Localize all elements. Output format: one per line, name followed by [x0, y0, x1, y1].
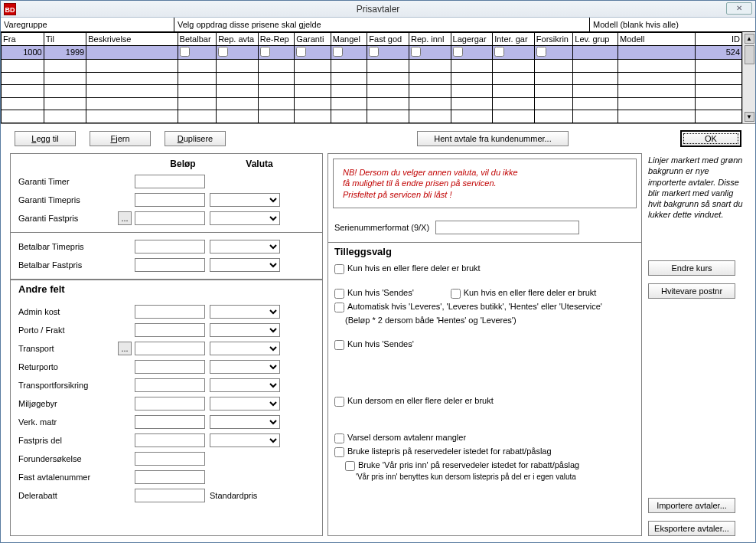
verk-matr-input[interactable] [135, 415, 205, 429]
scroll-up-icon[interactable]: ▲ [745, 34, 754, 44]
cell-betalbar[interactable] [178, 45, 217, 60]
cell-mangel[interactable] [331, 45, 367, 60]
transport-valuta[interactable] [210, 342, 280, 355]
cell-fast-god[interactable] [367, 45, 409, 60]
returporto-valuta[interactable] [210, 360, 280, 374]
grid-row-empty[interactable] [2, 72, 742, 85]
cell-rep-innl[interactable] [409, 45, 451, 60]
admin-kost-valuta[interactable] [210, 305, 280, 319]
col-garanti[interactable]: Garanti [295, 33, 331, 46]
cb-varsel-avtalenr[interactable] [334, 433, 344, 443]
col-mangel[interactable]: Mangel [331, 33, 367, 46]
grid-row-selected[interactable]: 1000 1999 524 [2, 45, 742, 60]
hvitevare-postnr-button[interactable]: Hvitevare postnr [648, 283, 735, 299]
cb-bruke-var-pris[interactable] [345, 461, 355, 471]
betalbar-fastpris-valuta[interactable] [210, 258, 280, 272]
returporto-input[interactable] [135, 360, 205, 374]
verk-matr-valuta[interactable] [210, 415, 280, 429]
cell-modell[interactable] [618, 45, 696, 60]
col-forsikrin[interactable]: Forsikrin [534, 33, 573, 46]
cb-kun-deler-brukt-2[interactable] [451, 289, 461, 299]
porto-frakt-input[interactable] [135, 323, 205, 337]
scroll-thumb[interactable] [745, 45, 754, 64]
cb-kun-dersom-deler[interactable] [334, 397, 344, 407]
col-inter-gar[interactable]: Inter. gar [493, 33, 535, 46]
cb-kun-sendes[interactable] [334, 289, 344, 299]
admin-kost-input[interactable] [135, 305, 205, 319]
transport-ellipsis-button[interactable]: ... [118, 342, 132, 355]
cell-forsikrin[interactable] [534, 45, 573, 60]
cb-auto-leveres[interactable] [334, 303, 344, 312]
col-re-rep[interactable]: Re-Rep [258, 33, 295, 46]
cb-re-rep[interactable] [260, 47, 270, 57]
betalbar-timepris-valuta[interactable] [210, 240, 280, 254]
transportforsikring-input[interactable] [135, 378, 205, 392]
grid-row-empty[interactable] [2, 85, 742, 98]
col-id[interactable]: ID [696, 33, 742, 46]
legg-til-button[interactable]: Legg til [15, 131, 76, 146]
endre-kurs-button[interactable]: Endre kurs [648, 260, 735, 276]
col-lev-grup[interactable]: Lev. grup [573, 33, 618, 46]
cell-beskrivelse[interactable] [86, 45, 178, 60]
cell-rep-avta[interactable] [217, 45, 259, 60]
garanti-fastpris-valuta[interactable] [210, 211, 280, 225]
miljogebyr-input[interactable] [135, 397, 205, 411]
grid-row-empty[interactable] [2, 97, 742, 110]
serienummerformat-input[interactable] [435, 221, 579, 234]
betalbar-fastpris-input[interactable] [135, 258, 205, 272]
col-betalbar[interactable]: Betalbar [178, 33, 217, 46]
cb-lagergar[interactable] [453, 47, 463, 57]
transport-input[interactable] [135, 342, 205, 355]
hent-avtale-button[interactable]: Hent avtale fra kundenummer... [417, 131, 569, 146]
ok-button[interactable]: OK [680, 130, 741, 147]
cb-kun-sendes-2[interactable] [334, 340, 344, 350]
cell-re-rep[interactable] [258, 45, 295, 60]
garanti-fastpris-ellipsis-button[interactable]: ... [118, 211, 132, 225]
garanti-timer-input[interactable] [135, 175, 205, 188]
cell-til[interactable]: 1999 [44, 45, 86, 60]
fast-avtalenummer-input[interactable] [135, 470, 205, 484]
prisavtaler-grid[interactable]: Fra Til Beskrivelse Betalbar Rep. avta R… [1, 32, 742, 123]
fastpris-del-valuta[interactable] [210, 433, 280, 447]
cell-garanti[interactable] [295, 45, 331, 60]
fjern-button[interactable]: Fjern [90, 131, 151, 146]
duplisere-button[interactable]: Duplisere [165, 131, 226, 146]
col-til[interactable]: Til [44, 33, 86, 46]
miljogebyr-valuta[interactable] [210, 397, 280, 411]
cb-inter-gar[interactable] [494, 47, 504, 57]
cb-betalbar[interactable] [180, 47, 190, 57]
col-rep-innl[interactable]: Rep. innl [409, 33, 451, 46]
cb-bruke-listepris[interactable] [334, 447, 344, 457]
garanti-timepris-input[interactable] [135, 193, 205, 207]
col-beskrivelse[interactable]: Beskrivelse [86, 33, 178, 46]
col-fast-god[interactable]: Fast god [367, 33, 409, 46]
cb-kun-deler-brukt[interactable] [334, 264, 344, 274]
scroll-down-icon[interactable]: ▼ [745, 112, 754, 122]
grid-scrollbar[interactable]: ▲ ▼ [742, 32, 755, 123]
cell-fra[interactable]: 1000 [2, 45, 44, 60]
col-modell[interactable]: Modell [618, 33, 696, 46]
cb-rep-avta[interactable] [218, 47, 228, 57]
eksportere-avtaler-button[interactable]: Eksportere avtaler... [648, 521, 735, 536]
col-lagergar[interactable]: Lagergar [451, 33, 493, 46]
porto-frakt-valuta[interactable] [210, 323, 280, 337]
importere-avtaler-button[interactable]: Importere avtaler... [648, 498, 735, 513]
close-icon[interactable]: ✕ [726, 2, 752, 15]
grid-row-empty[interactable] [2, 110, 742, 123]
fastpris-del-input[interactable] [135, 433, 205, 447]
cb-fast-god[interactable] [369, 47, 379, 57]
garanti-timepris-valuta[interactable] [210, 193, 280, 207]
col-fra[interactable]: Fra [2, 33, 44, 46]
cell-inter-gar[interactable] [493, 45, 535, 60]
betalbar-timepris-input[interactable] [135, 240, 205, 254]
cell-id[interactable]: 524 [696, 45, 742, 60]
cb-rep-innl[interactable] [411, 47, 421, 57]
cell-lagergar[interactable] [451, 45, 493, 60]
cell-lev-grup[interactable] [573, 45, 618, 60]
cb-garanti[interactable] [296, 47, 306, 57]
forundersokelse-input[interactable] [135, 452, 205, 466]
delerabatt-input[interactable] [135, 489, 205, 502]
cb-forsikrin[interactable] [536, 47, 546, 57]
garanti-fastpris-input[interactable] [135, 211, 205, 225]
cb-mangel[interactable] [333, 47, 343, 57]
